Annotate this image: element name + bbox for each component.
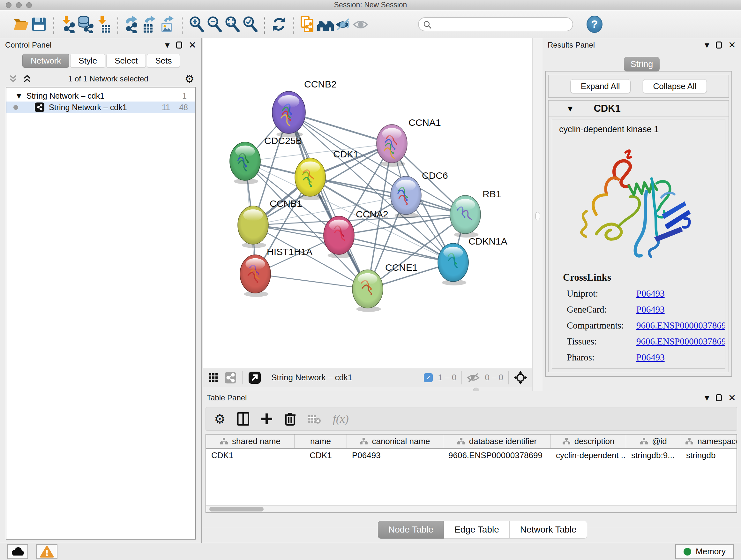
import-table-icon[interactable]	[94, 15, 112, 34]
crosslink-link[interactable]: 9606.ENSP00000378699	[636, 336, 725, 347]
separator	[242, 371, 243, 384]
detach-view-icon[interactable]	[248, 371, 261, 384]
splitter-handle[interactable]	[536, 212, 540, 220]
export-table-icon[interactable]	[141, 15, 159, 34]
crosslink-link[interactable]: P06493	[636, 304, 665, 315]
panel-menu-icon[interactable]: ▼	[165, 42, 170, 49]
network-canvas[interactable]: CCNB2CCNA1CDC25BCDK1CDC6RB1CCNB1CCNA2CDK…	[203, 38, 532, 368]
crosslinks-section: CrossLinks Uniprot:P06493GeneCard:P06493…	[567, 272, 725, 363]
table-cell[interactable]: stringdb	[681, 449, 737, 462]
delete-column-icon[interactable]	[284, 412, 296, 426]
control-panel-title: Control Panel	[5, 41, 51, 50]
refresh-icon[interactable]	[270, 15, 288, 34]
panel-float-icon[interactable]	[716, 394, 722, 401]
column-header-shared-name[interactable]: shared name	[206, 435, 294, 448]
network-edge-HIST1H1A-CCNE1[interactable]	[255, 274, 367, 289]
tab-node-table[interactable]: Node Table	[378, 521, 444, 539]
network-node-CCNA1[interactable]	[377, 125, 407, 167]
vertical-splitter[interactable]	[532, 38, 542, 391]
tab-network[interactable]: Network	[22, 54, 69, 68]
zoom-out-icon[interactable]	[205, 15, 223, 34]
network-node-CDK1[interactable]	[295, 158, 326, 200]
column-header-namespace[interactable]: namespace	[681, 435, 737, 448]
panel-menu-icon[interactable]: ▼	[704, 394, 710, 401]
table-cell[interactable]: CDK1	[206, 449, 294, 462]
tab-style[interactable]: Style	[70, 54, 105, 68]
table-cell[interactable]: cyclin-dependent ...	[551, 449, 626, 462]
expand-all-icon[interactable]	[22, 75, 32, 83]
crosslink-link[interactable]: P06493	[636, 352, 665, 363]
table-horizontal-scrollbar[interactable]	[206, 505, 737, 512]
save-session-icon[interactable]	[30, 15, 48, 34]
add-column-icon[interactable]	[261, 413, 273, 425]
collapse-all-icon[interactable]	[8, 75, 18, 83]
network-node-CDC6[interactable]	[391, 176, 421, 219]
table-cell[interactable]: stringdb:9...	[626, 449, 681, 462]
table-cell[interactable]: 9606.ENSP00000378699	[443, 449, 551, 462]
entry-caret-icon[interactable]: ▼	[568, 105, 572, 112]
table-cell[interactable]: P06493	[347, 449, 443, 462]
network-node-CCNB2[interactable]	[272, 91, 306, 137]
crosslink-link[interactable]: P06493	[636, 288, 665, 299]
crosslink-link[interactable]: 9606.ENSP00000378699	[636, 320, 725, 331]
tab-select[interactable]: Select	[106, 54, 146, 68]
column-header-description[interactable]: description	[551, 435, 626, 448]
export-image-icon[interactable]	[159, 15, 177, 34]
network-node-CDKN1A[interactable]	[438, 243, 468, 286]
tab-edge-table[interactable]: Edge Table	[444, 521, 510, 539]
memory-button[interactable]: Memory	[675, 544, 734, 559]
tab-network-table[interactable]: Network Table	[510, 521, 587, 539]
collapse-all-button[interactable]: Collapse All	[643, 79, 707, 93]
column-header-canonical-name[interactable]: canonical name	[347, 435, 443, 448]
network-node-CCNB1[interactable]	[238, 206, 268, 248]
export-network-icon[interactable]	[123, 15, 141, 34]
list-attribute-icon	[457, 437, 465, 445]
birdseye-view-icon[interactable]	[224, 372, 237, 384]
network-node-CCNE1[interactable]	[352, 270, 383, 312]
help-icon[interactable]: ?	[587, 16, 603, 33]
zoom-in-icon[interactable]	[188, 15, 205, 34]
network-row-selected[interactable]: String Network – cdk1 11 48	[6, 102, 195, 113]
selected-checkbox-icon[interactable]: ✓	[424, 373, 433, 382]
search-input[interactable]	[419, 18, 572, 30]
network-edge-CCNA2-CDKN1A[interactable]	[339, 235, 453, 262]
column-header--id[interactable]: @id	[626, 435, 681, 448]
expand-all-button[interactable]: Expand All	[570, 79, 630, 93]
hide-selected-eye-icon[interactable]	[334, 15, 352, 34]
network-node-HIST1H1A[interactable]	[240, 255, 271, 297]
new-network-from-selection-icon[interactable]	[299, 15, 317, 34]
network-options-gear-icon[interactable]: ⚙	[185, 74, 194, 84]
network-node-RB1[interactable]	[450, 195, 481, 238]
panel-float-icon[interactable]	[176, 42, 182, 49]
grid-view-icon[interactable]	[208, 373, 219, 383]
scrollbar-thumb[interactable]	[209, 507, 264, 511]
import-network-from-database-icon[interactable]	[77, 15, 94, 34]
pan-crosshair-icon[interactable]	[514, 371, 527, 384]
horizontal-splitter[interactable]	[203, 387, 532, 391]
panel-float-icon[interactable]	[716, 42, 722, 49]
network-collection-row[interactable]: ▼ String Network – cdk1 1	[6, 90, 195, 102]
table-options-gear-icon[interactable]: ⚙	[214, 414, 226, 424]
column-header-name[interactable]: name	[294, 435, 347, 448]
cloud-status-button[interactable]	[7, 544, 28, 559]
open-file-icon[interactable]	[12, 15, 30, 34]
panel-close-icon[interactable]: ✕	[189, 42, 196, 49]
panel-menu-icon[interactable]: ▼	[704, 42, 710, 49]
network-node-CDC25B[interactable]	[230, 142, 260, 184]
zoom-fit-icon[interactable]	[223, 15, 241, 34]
warnings-button[interactable]	[37, 544, 57, 559]
entry-header[interactable]: ▼ CDK1	[549, 101, 729, 117]
table-row[interactable]: CDK1CDK1P064939606.ENSP00000378699cyclin…	[206, 449, 737, 462]
first-neighbors-icon[interactable]	[317, 15, 334, 34]
show-columns-icon[interactable]	[237, 412, 249, 426]
zoom-selected-icon[interactable]	[241, 15, 259, 34]
tab-string[interactable]: String	[624, 57, 660, 71]
column-header-database-identifier[interactable]: database identifier	[443, 435, 551, 448]
panel-close-icon[interactable]: ✕	[728, 42, 736, 49]
table-cell[interactable]: CDK1	[294, 449, 347, 462]
panel-close-icon[interactable]: ✕	[728, 394, 736, 401]
network-graph[interactable]: CCNB2CCNA1CDC25BCDK1CDC6RB1CCNB1CCNA2CDK…	[203, 38, 532, 368]
import-network-icon[interactable]	[59, 15, 77, 34]
tab-sets[interactable]: Sets	[147, 54, 180, 68]
tree-caret-icon[interactable]: ▼	[17, 92, 21, 99]
